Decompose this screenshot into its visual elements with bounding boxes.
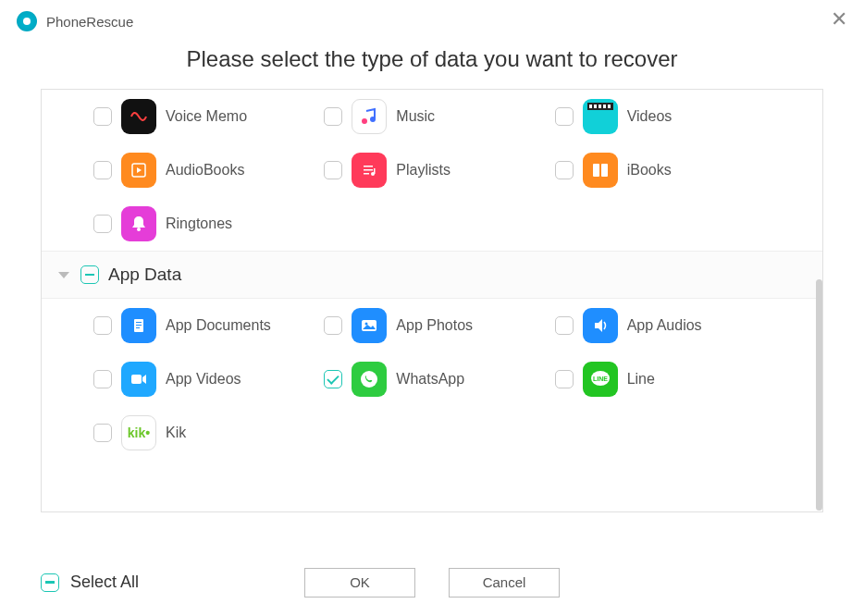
checkbox-kik[interactable] bbox=[93, 424, 112, 442]
button-row: OK Cancel bbox=[304, 568, 560, 598]
app-title: PhoneRescue bbox=[46, 14, 133, 30]
svg-rect-23 bbox=[131, 375, 142, 384]
section-label-app-data: App Data bbox=[108, 265, 181, 285]
item-videos[interactable]: Videos bbox=[555, 99, 785, 134]
ringtones-icon bbox=[121, 206, 156, 241]
media-row-1: Voice Memo Music Videos bbox=[42, 90, 822, 143]
svg-rect-9 bbox=[364, 166, 373, 167]
page-title: Please select the type of data you want … bbox=[0, 46, 864, 72]
app-photos-icon bbox=[352, 308, 387, 343]
videos-icon bbox=[583, 99, 618, 134]
scroll-area[interactable]: Voice Memo Music Videos bbox=[42, 90, 822, 511]
checkbox-line[interactable] bbox=[555, 370, 574, 388]
item-app-videos[interactable]: App Videos bbox=[93, 362, 324, 397]
ibooks-icon bbox=[583, 153, 618, 188]
item-ibooks[interactable]: iBooks bbox=[555, 153, 785, 188]
whatsapp-icon bbox=[352, 362, 387, 397]
svg-rect-19 bbox=[136, 325, 142, 326]
svg-rect-4 bbox=[594, 105, 597, 108]
label-ibooks: iBooks bbox=[627, 162, 672, 179]
media-row-2: AudioBooks Playlists iBooks bbox=[42, 143, 822, 197]
svg-point-1 bbox=[370, 117, 376, 122]
footer: Select All OK Cancel bbox=[41, 573, 823, 592]
svg-rect-18 bbox=[136, 322, 142, 323]
item-whatsapp[interactable]: WhatsApp bbox=[324, 362, 554, 397]
appdata-row-3: kik• Kik bbox=[42, 406, 822, 460]
line-icon: LINE bbox=[583, 362, 618, 397]
checkbox-whatsapp[interactable] bbox=[324, 370, 342, 388]
label-app-documents: App Documents bbox=[166, 317, 271, 334]
titlebar: PhoneRescue ✕ bbox=[0, 0, 864, 37]
checkbox-ibooks[interactable] bbox=[555, 161, 574, 179]
label-videos: Videos bbox=[627, 108, 673, 125]
label-line: Line bbox=[627, 371, 655, 388]
checkbox-app-documents[interactable] bbox=[93, 316, 112, 335]
label-playlists: Playlists bbox=[396, 162, 451, 179]
svg-rect-20 bbox=[136, 327, 140, 328]
checkbox-audiobooks[interactable] bbox=[93, 161, 112, 179]
item-voice-memo[interactable]: Voice Memo bbox=[93, 99, 324, 134]
checkbox-playlists[interactable] bbox=[324, 161, 342, 179]
voice-memo-icon bbox=[121, 99, 156, 134]
scrollbar[interactable] bbox=[816, 279, 822, 511]
item-audiobooks[interactable]: AudioBooks bbox=[93, 153, 324, 188]
data-type-panel: Voice Memo Music Videos bbox=[41, 89, 823, 512]
svg-point-24 bbox=[361, 371, 377, 388]
svg-rect-7 bbox=[608, 105, 611, 108]
label-voice-memo: Voice Memo bbox=[166, 108, 247, 125]
svg-rect-3 bbox=[589, 105, 592, 108]
kik-icon: kik• bbox=[121, 415, 156, 450]
app-documents-icon bbox=[121, 308, 156, 343]
item-music[interactable]: Music bbox=[324, 99, 554, 134]
svg-point-16 bbox=[137, 228, 141, 231]
item-ringtones[interactable]: Ringtones bbox=[93, 206, 324, 241]
playlists-icon bbox=[352, 153, 387, 188]
svg-text:LINE: LINE bbox=[593, 376, 608, 382]
checkbox-voice-memo[interactable] bbox=[93, 107, 112, 126]
label-whatsapp: WhatsApp bbox=[396, 371, 464, 388]
ok-button[interactable]: OK bbox=[304, 568, 415, 598]
select-all[interactable]: Select All bbox=[41, 573, 139, 592]
svg-point-0 bbox=[362, 118, 367, 124]
label-music: Music bbox=[396, 108, 435, 125]
checkbox-music[interactable] bbox=[324, 107, 342, 126]
item-playlists[interactable]: Playlists bbox=[324, 153, 554, 188]
label-kik: Kik bbox=[166, 425, 186, 441]
svg-rect-21 bbox=[362, 320, 376, 331]
checkbox-app-audios[interactable] bbox=[555, 316, 574, 335]
item-app-audios[interactable]: App Audios bbox=[555, 308, 785, 343]
label-app-photos: App Photos bbox=[396, 317, 473, 334]
appdata-row-1: App Documents App Photos App Audios bbox=[42, 299, 822, 352]
select-all-label: Select All bbox=[70, 573, 139, 592]
item-app-photos[interactable]: App Photos bbox=[324, 308, 554, 343]
item-line[interactable]: LINE Line bbox=[555, 362, 785, 397]
section-app-data[interactable]: App Data bbox=[42, 251, 822, 299]
label-audiobooks: AudioBooks bbox=[166, 162, 244, 179]
checkbox-app-videos[interactable] bbox=[93, 370, 112, 388]
chevron-down-icon bbox=[58, 272, 69, 278]
svg-rect-15 bbox=[601, 164, 608, 177]
app-logo bbox=[17, 11, 37, 31]
checkbox-select-all[interactable] bbox=[41, 573, 59, 592]
checkbox-ringtones[interactable] bbox=[93, 215, 112, 233]
music-icon bbox=[352, 99, 387, 134]
audiobooks-icon bbox=[121, 153, 156, 188]
label-app-videos: App Videos bbox=[166, 371, 241, 388]
item-kik[interactable]: kik• Kik bbox=[93, 415, 324, 450]
checkbox-videos[interactable] bbox=[555, 107, 574, 126]
app-videos-icon bbox=[121, 362, 156, 397]
checkbox-app-data[interactable] bbox=[80, 265, 99, 284]
svg-rect-13 bbox=[374, 168, 376, 174]
media-row-3: Ringtones bbox=[42, 197, 822, 251]
appdata-row-2: App Videos WhatsApp LINE Line bbox=[42, 352, 822, 406]
app-audios-icon bbox=[583, 308, 618, 343]
svg-rect-6 bbox=[603, 105, 606, 108]
svg-rect-14 bbox=[593, 164, 599, 177]
svg-rect-5 bbox=[599, 105, 601, 108]
label-app-audios: App Audios bbox=[627, 317, 702, 334]
checkbox-app-photos[interactable] bbox=[324, 316, 342, 335]
label-ringtones: Ringtones bbox=[166, 216, 232, 232]
item-app-documents[interactable]: App Documents bbox=[93, 308, 324, 343]
close-icon[interactable]: ✕ bbox=[831, 9, 847, 30]
cancel-button[interactable]: Cancel bbox=[449, 568, 560, 598]
